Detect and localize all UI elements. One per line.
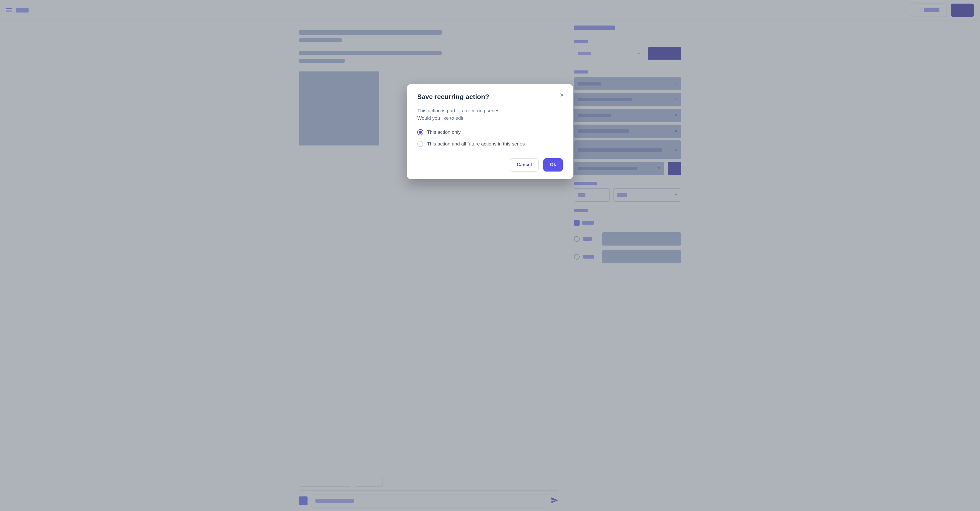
radio-group: This action only This action and all fut… — [417, 129, 563, 147]
ok-button[interactable]: Ok — [543, 158, 563, 172]
radio-icon — [417, 141, 423, 147]
modal-body-line1: This action is part of a recurring serie… — [417, 107, 563, 115]
modal-actions: Cancel Ok — [417, 158, 563, 172]
modal-body-line2: Would you like to edit: — [417, 115, 563, 122]
close-icon — [559, 92, 564, 97]
modal-body: This action is part of a recurring serie… — [417, 107, 563, 122]
modal-title: Save recurring action? — [417, 93, 563, 101]
radio-this-only[interactable]: This action only — [417, 129, 563, 135]
cancel-button[interactable]: Cancel — [510, 158, 539, 172]
modal-overlay[interactable]: Save recurring action? This action is pa… — [0, 0, 980, 511]
radio-this-only-label: This action only — [427, 129, 461, 135]
radio-this-and-future[interactable]: This action and all future actions in th… — [417, 141, 563, 147]
save-recurring-modal: Save recurring action? This action is pa… — [407, 84, 573, 179]
close-button[interactable] — [558, 91, 565, 99]
radio-icon — [417, 129, 423, 135]
radio-this-and-future-label: This action and all future actions in th… — [427, 141, 525, 147]
